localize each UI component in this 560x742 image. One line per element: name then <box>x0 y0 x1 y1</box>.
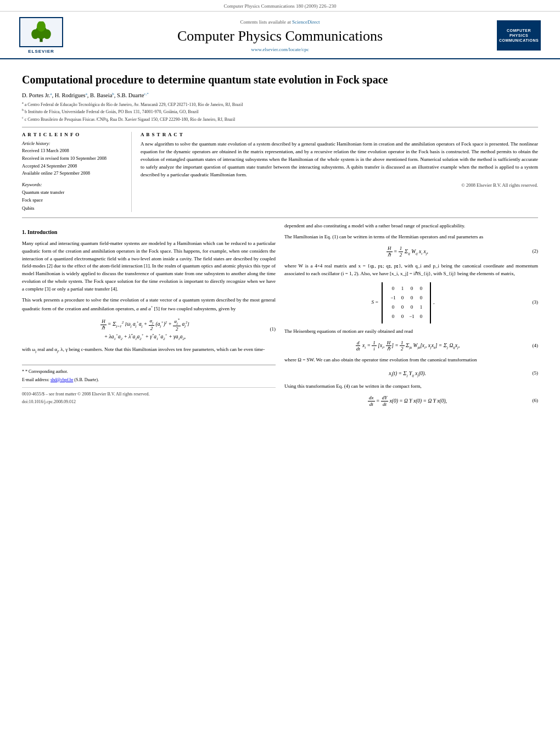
article-info-col: A R T I C L E I N F O Article history: R… <box>22 132 132 212</box>
bottom-bar: 0010-4655/$ – see front matter © 2008 El… <box>22 387 276 398</box>
left-column: 1. Introduction Many optical and interac… <box>22 222 276 411</box>
abstract-text: A new algorithm to solve the quantum sta… <box>141 141 538 179</box>
affiliation-a: a a Centro Federal de Educação Tecnológi… <box>22 101 538 108</box>
eq3-number: (3) <box>522 299 538 306</box>
email-note: E-mail address: shd@cbpf.br (S.B. Duarte… <box>22 377 276 383</box>
para-compact: Using this transformation Eq. (4) can be… <box>284 383 538 390</box>
available-date: Available online 27 September 2008 <box>22 170 125 177</box>
equation-3: S = 0100 −1000 0001 00−10 , (3) <box>284 282 538 323</box>
science-direct-link[interactable]: ScienceDirect <box>292 19 320 25</box>
para-w-matrix: where W is a 4×4 real matrix and x = {q₁… <box>284 263 538 278</box>
header-center: Contents lists available at ScienceDirec… <box>66 19 494 52</box>
article-body: Computational procedure to determine qua… <box>0 59 560 417</box>
equation-5: xi(t) = Σj Yij xj(0). (5) <box>293 369 538 378</box>
doi-info: doi:10.1016/j.cpc.2008.09.012 <box>22 398 276 405</box>
corresponding-author-note: * * Corresponding author. <box>22 369 276 375</box>
info-abstract-section: A R T I C L E I N F O Article history: R… <box>22 132 538 212</box>
elsevier-tree-icon <box>25 21 58 43</box>
svg-point-4 <box>37 21 46 32</box>
divider-1 <box>22 127 538 127</box>
intro-heading: 1. Introduction <box>22 228 276 237</box>
eq1-number: (1) <box>259 326 276 333</box>
dates-info: Received 13 March 2008 Received in revis… <box>22 147 125 177</box>
main-content: 1. Introduction Many optical and interac… <box>22 222 538 411</box>
eq5-number: (5) <box>522 370 538 377</box>
divider-2 <box>22 217 538 218</box>
affiliation-b: b b Instituto de Física, Universidade Fe… <box>22 108 538 115</box>
elsevier-logo: ELSEVIER <box>16 17 66 54</box>
para-hermitian: The Hamiltonian in Eq. (1) can be writte… <box>284 233 538 241</box>
intro-para2: This work presents a procedure to solve … <box>22 297 276 313</box>
keywords-label: Keywords: <box>22 182 125 187</box>
cpc-logo-line2: PHYSICS <box>509 33 528 38</box>
svg-point-3 <box>43 29 51 39</box>
footnote-area: * * Corresponding author. E-mail address… <box>22 365 276 382</box>
abstract-heading: A B S T R A C T <box>141 132 538 137</box>
keywords-list: Quantum state transfer Fock space Qubits <box>22 188 125 212</box>
eq4-number: (4) <box>522 342 538 350</box>
equation-2: Hℏ = 12 Σij Wij xi xj, (2) <box>293 246 538 258</box>
top-bar: Computer Physics Communications 180 (200… <box>0 0 560 12</box>
article-title: Computational procedure to determine qua… <box>22 72 538 87</box>
journal-citation: Computer Physics Communications 180 (200… <box>223 3 336 9</box>
eq2-number: (2) <box>522 248 538 255</box>
keyword-3: Qubits <box>22 204 125 212</box>
eq6-number: (6) <box>522 397 538 405</box>
equation-1: Hℏ = Σj=12 [ωj aj+aj + αj2 (aj+)2 + αj*2… <box>31 317 276 342</box>
keyword-2: Fock space <box>22 196 125 204</box>
affiliation-c: c c Centro Brasileiro de Pesquisas Físic… <box>22 115 538 123</box>
svg-point-2 <box>31 29 39 39</box>
journal-title: Computer Physics Communications <box>66 28 494 44</box>
cpc-logo: COMPUTER PHYSICS COMMUNICATIONS <box>494 20 544 51</box>
science-direct-info: Contents lists available at ScienceDirec… <box>66 19 494 25</box>
journal-header: ELSEVIER Contents lists available at Sci… <box>0 12 560 59</box>
copyright: © 2008 Elsevier B.V. All rights reserved… <box>141 182 538 188</box>
cpc-logo-box: COMPUTER PHYSICS COMMUNICATIONS <box>497 20 541 51</box>
received-date: Received 13 March 2008 <box>22 147 125 155</box>
elsevier-label: ELSEVIER <box>28 49 54 54</box>
abstract-section: A B S T R A C T A new algorithm to solve… <box>141 132 538 212</box>
col-right-intro: dependent and also constituting a model … <box>284 222 538 230</box>
authors-line: D. Portes Jr.a, H. Rodriguesa, B. Baseia… <box>22 91 538 98</box>
keyword-1: Quantum state transfer <box>22 188 125 196</box>
page: Computer Physics Communications 180 (200… <box>0 0 560 742</box>
author-list: D. Portes Jr.a, H. Rodriguesa, B. Baseia… <box>22 92 149 98</box>
para-heisenberg: The Heisenberg equations of motion are e… <box>284 328 538 336</box>
matrix-s: 0100 −1000 0001 00−10 <box>382 282 431 323</box>
affiliations: a a Centro Federal de Educação Tecnológi… <box>22 101 538 123</box>
equation-4: ddt xi = 1i [xi, Hℏ] = 12 Σjk Wjk[xi, xj… <box>293 340 538 353</box>
elsevier-logo-box <box>19 17 63 47</box>
intro-para1: Many optical and interacting quantum fie… <box>22 240 276 294</box>
cpc-logo-line1: COMPUTER <box>507 28 531 33</box>
revised-date: Received in revised form 10 September 20… <box>22 155 125 163</box>
equation-6: dxdt = dYdt x(0) = Ω Y x(0) = Ω Y x(0), … <box>293 395 538 408</box>
intro-para3: with ωj real and αj, λ, γ being c-number… <box>22 346 276 354</box>
email-link[interactable]: shd@cbpf.br <box>51 377 73 382</box>
para-omega: where Ω = SW. We can also obtain the ope… <box>284 356 538 364</box>
cpc-logo-line3: COMMUNICATIONS <box>499 38 539 43</box>
history-label: Article history: <box>22 141 125 146</box>
journal-url: www.elsevier.com/locate/cpc <box>66 47 494 52</box>
accepted-date: Accepted 24 September 2008 <box>22 163 125 170</box>
right-column: dependent and also constituting a model … <box>284 222 538 411</box>
article-info-heading: A R T I C L E I N F O <box>22 132 125 137</box>
issn-info: 0010-4655/$ – see front matter © 2008 El… <box>22 391 150 398</box>
